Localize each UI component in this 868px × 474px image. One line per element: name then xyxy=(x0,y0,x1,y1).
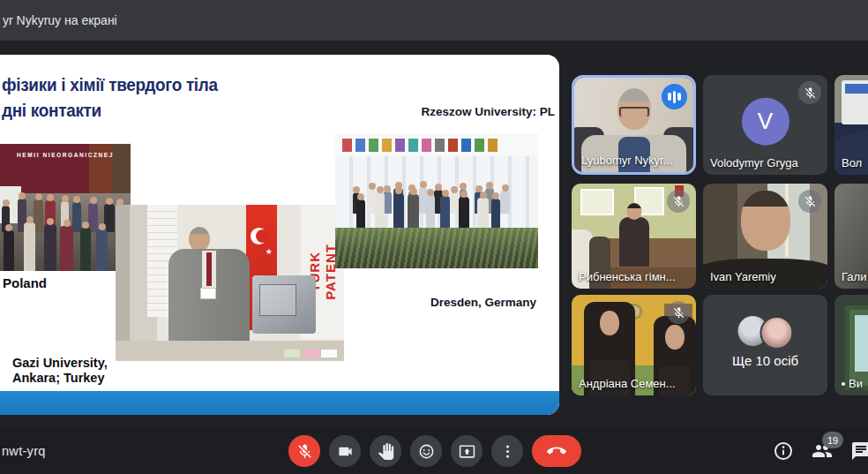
participant-name: Ivan Yaremiy xyxy=(710,270,776,283)
reactions-button[interactable] xyxy=(410,435,442,467)
chat-panel-button[interactable] xyxy=(850,440,868,462)
screenshare-banner: yr Nykyruy на екрані xyxy=(0,0,868,41)
poland-crowd xyxy=(0,167,131,271)
slide-title-line1: фізики і хімії твердого тіла xyxy=(2,74,218,95)
poland-banner-text: HEMII NIEORGANICZNEJ xyxy=(17,152,114,158)
participant-tile-volodymyr[interactable]: V Volodymyr Gryga xyxy=(703,75,827,175)
crescent-icon xyxy=(251,228,267,245)
emoji-icon xyxy=(418,443,435,460)
plants-band xyxy=(335,228,538,268)
participant-tile-ivan[interactable]: Ivan Yaremiy xyxy=(703,184,827,289)
meeting-details-button[interactable] xyxy=(773,440,794,462)
photo-poland-group: HEMII NIEORGANICZNEJ xyxy=(0,144,131,271)
mic-off-icon xyxy=(667,190,690,213)
slide-title-line2: дні контакти xyxy=(2,100,101,121)
participant-tile-rybnenska[interactable]: Рибненська гімн... xyxy=(572,184,696,289)
raise-hand-button[interactable] xyxy=(370,435,401,467)
photo-turkey-expo: TURK PATENT xyxy=(116,205,344,361)
participant-tile-partial-1[interactable]: Вол xyxy=(834,75,868,175)
more-vert-icon xyxy=(499,443,516,460)
meet-window: yr Nykyruy на екрані фізики і хімії твер… xyxy=(0,0,868,474)
photo-dresden-group xyxy=(335,133,538,268)
self-view-tile[interactable]: Ви xyxy=(834,295,868,395)
screenshare-banner-text: yr Nykyruy на екрані xyxy=(0,13,117,27)
present-screen-button[interactable] xyxy=(451,435,483,467)
participants-panel-button[interactable]: 19 xyxy=(812,440,833,462)
meeting-code: nwt-yrq xyxy=(2,428,46,474)
mic-off-icon xyxy=(798,81,821,104)
participant-name: Lyubomyr Nykyr... xyxy=(581,154,673,167)
meeting-panels: 19 xyxy=(773,428,868,474)
info-icon xyxy=(773,440,794,462)
participant-tile-partial-2[interactable]: Гали xyxy=(834,184,868,289)
label-gazi-university: Gazi University, Ankara; Turkey xyxy=(12,356,108,386)
camera-toggle-button[interactable] xyxy=(329,435,361,467)
leave-call-button[interactable] xyxy=(532,435,581,467)
exhibit-device xyxy=(252,275,316,334)
more-options-button[interactable] xyxy=(491,435,523,467)
participants-count-badge: 19 xyxy=(822,432,843,448)
slide-footer-bar xyxy=(0,391,559,415)
participant-name: Volodymyr Gryga xyxy=(710,156,798,169)
participant-name: Вол xyxy=(842,156,862,169)
mic-off-icon xyxy=(667,301,690,324)
camera-icon xyxy=(337,443,354,460)
mic-off-icon xyxy=(798,190,821,213)
participant-name: Гали xyxy=(842,270,866,283)
man-head xyxy=(189,227,210,252)
more-participants-tile[interactable]: Ще 10 осіб xyxy=(703,295,827,395)
avatar: V xyxy=(742,97,789,145)
call-controls xyxy=(288,435,581,467)
star-icon xyxy=(266,247,273,256)
more-participants-label: Ще 10 осіб xyxy=(703,353,827,368)
participant-name: Ви xyxy=(842,377,863,390)
label-dresden: Dresden, Germany xyxy=(430,296,536,309)
participant-tile-lyubomyr[interactable]: Lyubomyr Nykyr... xyxy=(572,75,696,175)
mic-toggle-button[interactable] xyxy=(288,435,320,467)
label-poland: Poland xyxy=(3,275,47,290)
chat-icon xyxy=(850,440,868,462)
stacked-avatars xyxy=(737,316,793,350)
participant-tile-andriana[interactable]: Андріана Семен... xyxy=(572,295,696,395)
control-bar: nwt-yrq xyxy=(0,428,868,474)
speaking-indicator-icon xyxy=(662,84,687,109)
hand-icon xyxy=(378,443,394,460)
shared-presentation: фізики і хімії твердого тіла дні контакт… xyxy=(0,55,559,415)
participant-name: Андріана Семен... xyxy=(579,377,676,390)
call-end-icon xyxy=(547,441,566,461)
name-badge xyxy=(200,288,216,299)
self-indicator-dot xyxy=(842,382,845,386)
mic-off-icon xyxy=(296,443,313,460)
present-icon xyxy=(459,443,475,460)
avatar xyxy=(760,316,793,350)
participant-name: Рибненська гімн... xyxy=(579,270,676,283)
label-rzeszow-university: Rzeszow University: PL xyxy=(421,105,555,118)
